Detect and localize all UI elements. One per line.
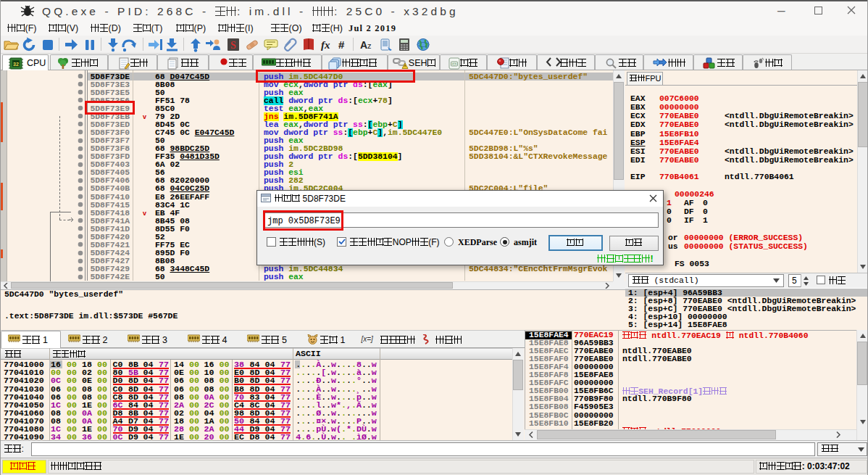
svg-text:<>: <>	[452, 62, 456, 66]
svg-text:S: S	[230, 40, 236, 51]
svg-text:32: 32	[13, 62, 19, 67]
svg-text:z: z	[367, 41, 372, 50]
svg-text:#: #	[338, 38, 345, 51]
svg-text:fx: fx	[321, 39, 330, 51]
svg-text:A: A	[360, 39, 367, 51]
